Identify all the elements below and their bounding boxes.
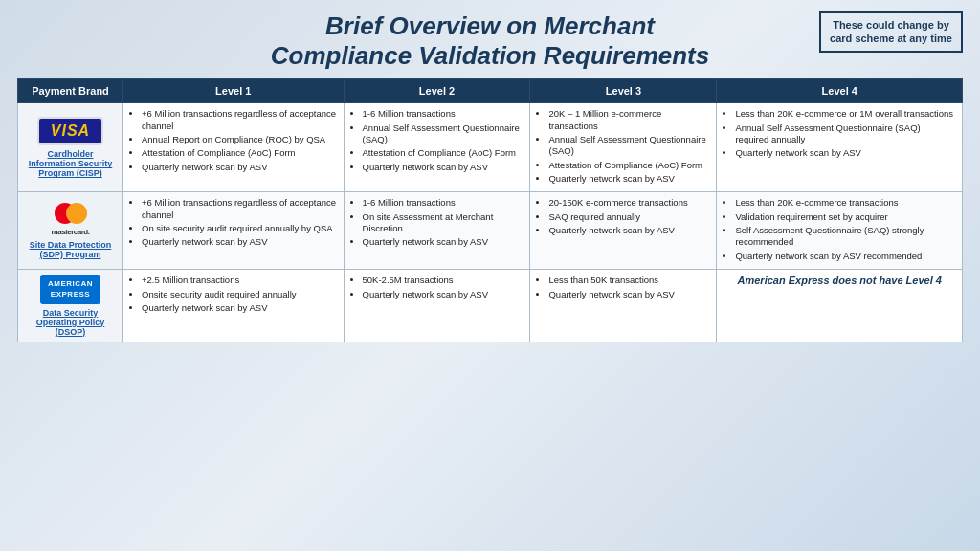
level3-cell: 20-150K e-commerce transactionsSAQ requi… <box>530 192 717 270</box>
list-item: Quarterly network scan by ASV <box>735 147 955 159</box>
level2-cell: 50K-2.5M transactionsQuarterly network s… <box>344 270 530 342</box>
list-item: On site Assessment at Merchant Discretio… <box>363 211 523 235</box>
level1-cell: +6 Million transactions regardless of ac… <box>123 192 345 270</box>
mastercard-wordmark: mastercard. <box>25 228 116 236</box>
list-item: Less than 20K e-commerce or 1M overall t… <box>735 108 955 120</box>
mastercard-logo <box>55 203 87 224</box>
list-item: 50K-2.5M transactions <box>363 275 523 286</box>
amex-logo: AMERICANEXPRESS <box>40 275 100 304</box>
amex-no-level-text: American Express does not have Level 4 <box>724 275 955 286</box>
list-item: Less than 20K e-commerce transactions <box>735 197 955 209</box>
list-item: 20-150K e-commerce transactions <box>548 197 709 209</box>
header-level1: Level 1 <box>123 79 345 103</box>
list-item: Attestation of Compliance (AoC) Form <box>142 147 337 159</box>
level4-cell: Less than 20K e-commerce transactionsVal… <box>717 192 963 270</box>
list-item: SAQ required annually <box>548 211 709 223</box>
list-item: Annual Self Assessment Questionnaire (SA… <box>735 122 955 146</box>
list-item: Quarterly network scan by ASV <box>363 289 523 300</box>
brand-cell: AMERICANEXPRESSData Security Operating P… <box>18 270 123 342</box>
notice-text: These could change by card scheme at any… <box>830 19 952 44</box>
list-item: Quarterly network scan by ASV <box>363 236 523 248</box>
list-item: Onsite security audit required annually <box>142 289 337 300</box>
level1-cell: +2.5 Million transactionsOnsite security… <box>123 270 345 342</box>
level2-cell: 1-6 Million transactionsOn site Assessme… <box>344 192 530 270</box>
title-line1: Brief Overview on Merchant <box>325 11 655 40</box>
notice-box: These could change by card scheme at any… <box>819 11 963 53</box>
table-row: VISACardholder Information Security Prog… <box>18 103 963 192</box>
brand-name: Site Data Protection (SDP) Program <box>25 240 116 259</box>
list-item: Quarterly network scan by ASV <box>548 173 709 185</box>
table-row: mastercard.Site Data Protection (SDP) Pr… <box>18 192 963 270</box>
header-level3: Level 3 <box>530 79 717 103</box>
list-item: +6 Million transactions regardless of ac… <box>142 108 337 132</box>
list-item: Validation requirement set by acquirer <box>735 211 955 223</box>
list-item: Annual Self Assessment Questionnaire (SA… <box>548 134 709 158</box>
visa-logo: VISA <box>37 117 103 145</box>
compliance-table: Payment Brand Level 1 Level 2 Level 3 Le… <box>17 78 963 342</box>
list-item: Less than 50K transactions <box>548 275 709 286</box>
level1-cell: +6 Million transactions regardless of ac… <box>123 103 345 192</box>
list-item: Annual Report on Compliance (ROC) by QSA <box>142 134 337 145</box>
list-item: Attestation of Compliance (AoC) Form <box>363 147 523 159</box>
list-item: +2.5 Million transactions <box>142 275 337 286</box>
list-item: On site security audit required annually… <box>142 223 337 234</box>
list-item: Quarterly network scan by ASV <box>363 162 523 173</box>
brand-name: Data Security Operating Policy (DSOP) <box>25 308 116 337</box>
header-payment-brand: Payment Brand <box>18 79 123 103</box>
brand-cell: mastercard.Site Data Protection (SDP) Pr… <box>18 192 123 270</box>
brand-name: Cardholder Information Security Program … <box>25 149 116 178</box>
level4-cell: American Express does not have Level 4 <box>717 270 963 342</box>
list-item: Self Assessment Questionnaire (SAQ) stro… <box>735 225 955 249</box>
list-item: Quarterly network scan by ASV <box>142 162 337 173</box>
level3-cell: 20K – 1 Million e-commerce transactionsA… <box>530 103 717 192</box>
list-item: Attestation of Compliance (AoC) Form <box>548 160 709 171</box>
list-item: 20K – 1 Million e-commerce transactions <box>548 108 709 132</box>
level2-cell: 1-6 Million transactionsAnnual Self Asse… <box>344 103 530 192</box>
list-item: Quarterly network scan by ASV <box>142 302 337 314</box>
list-item: Quarterly network scan by ASV <box>142 236 337 248</box>
list-item: 1-6 Million transactions <box>363 197 523 209</box>
header-level2: Level 2 <box>344 79 530 103</box>
level3-cell: Less than 50K transactionsQuarterly netw… <box>530 270 717 342</box>
title-area: Brief Overview on Merchant Compliance Va… <box>17 11 963 71</box>
title-line2: Compliance Validation Requirements <box>271 41 709 70</box>
table-header-row: Payment Brand Level 1 Level 2 Level 3 Le… <box>18 79 963 103</box>
list-item: Quarterly network scan by ASV <box>548 289 709 300</box>
list-item: Annual Self Assessment Questionnaire (SA… <box>363 122 523 146</box>
table-row: AMERICANEXPRESSData Security Operating P… <box>18 270 963 342</box>
brand-cell: VISACardholder Information Security Prog… <box>18 103 123 192</box>
list-item: +6 Million transactions regardless of ac… <box>142 197 337 221</box>
list-item: 1-6 Million transactions <box>363 108 523 120</box>
header-level4: Level 4 <box>717 79 963 103</box>
level4-cell: Less than 20K e-commerce or 1M overall t… <box>717 103 963 192</box>
list-item: Quarterly network scan by ASV <box>548 225 709 236</box>
list-item: Quarterly network scan by ASV recommende… <box>735 251 955 262</box>
